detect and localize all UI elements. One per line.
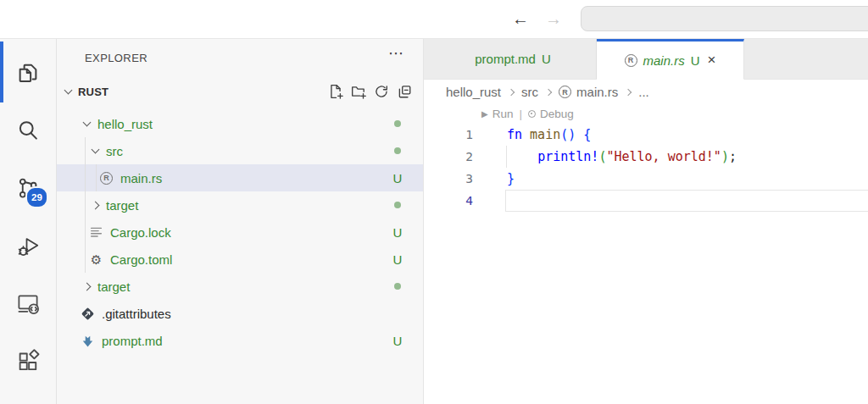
git-untracked-badge: U	[391, 252, 404, 267]
line-number[interactable]: 2	[424, 150, 473, 163]
chevron-right-icon	[82, 282, 91, 291]
code-token: "Hello, world!"	[606, 149, 721, 164]
more-actions-icon[interactable]: ⋯	[388, 44, 404, 63]
activity-item-explorer[interactable]	[0, 44, 56, 102]
collapse-all-icon[interactable]	[397, 84, 412, 99]
git-untracked-badge: U	[391, 225, 404, 240]
breadcrumb: hello_rustsrcRmain.rs...	[424, 80, 868, 104]
section-row-rust[interactable]: RUST	[57, 76, 423, 107]
tree-item-target[interactable]: target	[57, 273, 423, 300]
activity-item-run-and-debug[interactable]	[0, 217, 56, 274]
chevron-right-icon	[91, 201, 99, 209]
close-icon[interactable]: ×	[708, 52, 716, 69]
code-token: {	[583, 127, 591, 142]
tree-item-main-rs[interactable]: Rmain.rsU	[57, 164, 423, 191]
tree-item-hello-rust[interactable]: hello_rust	[57, 110, 423, 137]
md-arrow-icon	[81, 334, 95, 348]
codelens-debug[interactable]: Debug	[540, 108, 574, 120]
file-tree: hello_rustsrcRmain.rsUtargetCargo.lockU⚙…	[57, 107, 423, 354]
tree-item-cargo-toml[interactable]: ⚙Cargo.tomlU	[57, 246, 423, 273]
modified-badge: U	[542, 52, 551, 66]
code-token	[576, 127, 583, 142]
tree-item--gitattributes[interactable]: .gitattributes	[57, 300, 423, 327]
activity-item-remote-explorer[interactable]	[0, 274, 56, 332]
tree-item-label: Cargo.lock	[110, 225, 171, 240]
tree-item-label: target	[106, 198, 138, 213]
tab-prompt-md[interactable]: prompt.mdU	[424, 39, 597, 79]
rust-icon: R	[625, 54, 637, 67]
rust-icon: R	[559, 86, 571, 98]
breadcrumb-separator-icon	[508, 88, 515, 95]
git-added-dot	[394, 283, 401, 290]
rust-icon: R	[100, 172, 113, 185]
run-and-debug-icon	[15, 233, 41, 258]
source-control-badge: 29	[25, 186, 48, 208]
tree-item-prompt-md[interactable]: prompt.mdU	[57, 327, 423, 354]
code-line-4[interactable]: 4	[424, 190, 868, 212]
line-number[interactable]: 3	[424, 172, 473, 185]
code-line-1[interactable]: 1fn main() {	[424, 124, 868, 146]
chevron-right-box	[89, 202, 101, 208]
explorer-sidebar: EXPLORER ⋯ RUST hello_rustsrcRmain.rsUta…	[57, 39, 424, 404]
refresh-icon[interactable]	[374, 84, 389, 99]
breadcrumb-item[interactable]: ...	[638, 85, 649, 99]
breadcrumb-item[interactable]: src	[521, 85, 538, 99]
activity-item-source-control[interactable]: 29	[0, 159, 56, 217]
gear-icon: ⚙	[89, 253, 103, 266]
git-diamond-icon	[81, 307, 95, 321]
chevron-down-icon	[82, 119, 91, 127]
title-bar: ← →	[0, 0, 868, 39]
editor-code[interactable]: 1fn main() {2 println!("Hello, world!");…	[424, 124, 868, 212]
tree-item-cargo-lock[interactable]: Cargo.lockU	[57, 219, 423, 246]
codelens-separator: |	[519, 108, 522, 120]
line-number[interactable]: 1	[424, 128, 473, 141]
rust-icon: R	[559, 86, 571, 98]
codelens: ▶ Run | Debug	[424, 104, 868, 124]
line-content: println!("Hello, world!");	[507, 149, 737, 164]
indent-guide	[85, 137, 86, 273]
chevron-right-box	[81, 284, 92, 290]
search-icon	[15, 118, 41, 143]
forward-icon[interactable]: →	[545, 8, 562, 30]
git-added-dot	[394, 120, 401, 127]
code-token: )	[721, 149, 729, 164]
code-line-2[interactable]: 2 println!("Hello, world!");	[424, 146, 868, 168]
run-play-icon[interactable]: ▶	[481, 109, 488, 119]
chevron-down-icon	[91, 146, 99, 154]
command-center-search[interactable]	[581, 6, 868, 31]
code-line-3[interactable]: 3}	[424, 168, 868, 190]
breadcrumb-item[interactable]: Rmain.rs	[559, 85, 618, 99]
codelens-run[interactable]: Run	[492, 108, 514, 120]
activity-item-extensions[interactable]	[0, 332, 56, 390]
tree-item-label: .gitattributes	[102, 307, 171, 321]
chevron-down-box	[81, 122, 92, 125]
git-added-dot	[394, 147, 401, 154]
activity-item-search[interactable]	[0, 102, 56, 159]
gear-icon: ⚙	[91, 253, 102, 266]
breadcrumb-label: main.rs	[576, 85, 618, 99]
activity-bar: 29	[0, 39, 57, 404]
code-token: main	[530, 127, 560, 142]
debug-icon[interactable]	[528, 110, 536, 118]
tree-item-target[interactable]: target	[57, 191, 423, 219]
tab-bar: prompt.mdURmain.rsU×	[424, 39, 868, 80]
code-token: println!	[537, 149, 598, 164]
line-content: }	[507, 171, 515, 186]
tab-main-rs[interactable]: Rmain.rsU×	[597, 39, 744, 80]
git-untracked-badge: U	[391, 171, 404, 185]
tab-filler	[744, 39, 868, 79]
breadcrumb-separator-icon	[545, 88, 552, 95]
tab-label: main.rs	[643, 53, 685, 68]
rust-icon: R	[99, 172, 114, 185]
new-file-icon[interactable]	[328, 84, 343, 99]
editor-group: prompt.mdURmain.rsU× hello_rustsrcRmain.…	[424, 39, 868, 404]
tree-item-src[interactable]: src	[57, 137, 423, 164]
git-untracked-badge: U	[391, 334, 404, 348]
indent-guide	[96, 164, 97, 191]
section-actions	[328, 84, 412, 99]
line-number[interactable]: 4	[424, 194, 473, 208]
breadcrumb-item[interactable]: hello_rust	[446, 85, 501, 99]
tab-label: prompt.md	[475, 52, 536, 66]
back-icon[interactable]: ←	[512, 8, 529, 30]
new-folder-icon[interactable]	[351, 84, 366, 99]
